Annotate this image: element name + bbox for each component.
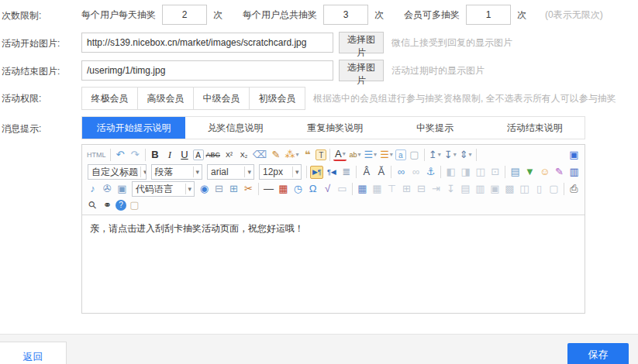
daily-draw-limit-input[interactable]: [162, 5, 207, 25]
save-button[interactable]: 保存: [567, 343, 629, 364]
upload-image-icon[interactable]: ▼: [523, 165, 536, 179]
total-draw-limit-input[interactable]: [323, 5, 368, 25]
member-option-1[interactable]: 高级会员: [137, 87, 194, 110]
attachment-icon[interactable]: ✇: [101, 182, 114, 196]
italic-icon[interactable]: I: [164, 148, 177, 162]
editor-toolbar: HTML↶↷BIUAABCX²X₂⌫✎⁂❝TAab☰☰a▢↥↧⇕▣自定义标题段落…: [82, 145, 585, 215]
start-image-pick-button[interactable]: 选择图片: [339, 32, 384, 53]
member-option-3[interactable]: 初级会员: [249, 87, 305, 110]
subscript-icon[interactable]: X₂: [237, 148, 250, 162]
page-break-icon[interactable]: ⊟: [212, 182, 226, 196]
member-options: 终极会员高级会员中级会员初级会员: [81, 87, 305, 110]
source-icon[interactable]: HTML: [86, 148, 107, 162]
strikethrough-icon[interactable]: ABC: [205, 148, 222, 162]
new-doc-icon[interactable]: ▢: [408, 148, 421, 162]
toolbar-separator: [329, 149, 330, 161]
format-clear-icon[interactable]: ⌫: [252, 148, 267, 162]
redo-icon[interactable]: ↷: [129, 148, 142, 162]
doc-background-icon: ▢: [547, 182, 560, 196]
formula-icon[interactable]: √: [321, 182, 334, 196]
tab-redeem-info[interactable]: 兑奖信息说明: [185, 117, 285, 139]
map-icon[interactable]: ◉: [198, 182, 211, 196]
code-language-select-value: 代码语言: [136, 183, 173, 196]
tab-repeat-draw[interactable]: 重复抽奖说明: [285, 117, 385, 139]
print-icon[interactable]: ⎙: [567, 182, 581, 196]
auto-typeset-icon[interactable]: ⁂: [284, 148, 299, 162]
lowercase-icon[interactable]: Ǎ: [374, 165, 388, 179]
limit-field-unit: 次: [517, 9, 526, 22]
emotion-icon[interactable]: ☺: [538, 165, 551, 179]
image-inline-icon: ⊡: [488, 165, 502, 179]
insert-date-icon[interactable]: ▦: [277, 182, 290, 196]
text-anchor-icon[interactable]: ⚓: [424, 165, 437, 179]
start-image-hint: 微信上接受到回复的显示图片: [391, 36, 512, 50]
member-option-2[interactable]: 中级会员: [193, 87, 250, 110]
code-language-select[interactable]: 代码语言: [132, 181, 195, 197]
font-select-value: arial: [211, 167, 229, 177]
style-select[interactable]: 自定义标题: [88, 164, 147, 180]
insert-time-icon[interactable]: ◷: [291, 182, 305, 196]
special-chars-icon[interactable]: Ω: [306, 182, 319, 196]
start-image-label: 活动开始图片:: [2, 37, 79, 50]
anchor-icon[interactable]: a: [395, 149, 406, 160]
uppercase-icon[interactable]: Â: [360, 165, 373, 179]
horizontal-rule-icon[interactable]: —: [262, 182, 275, 196]
size-select[interactable]: 12px: [259, 164, 302, 180]
bold-icon[interactable]: B: [149, 148, 162, 162]
editor-content[interactable]: 亲，请点击进入刮刮卡抽奖活动页面，祝您好运哦！: [82, 215, 585, 313]
fullscreen-icon[interactable]: ▣: [567, 148, 581, 162]
font-color-icon[interactable]: A: [333, 149, 347, 161]
font-select[interactable]: arial: [207, 164, 254, 180]
preview-icon[interactable]: ⚲: [85, 197, 102, 213]
help-icon[interactable]: ?: [116, 200, 126, 211]
blockquote-icon[interactable]: ❝: [301, 148, 314, 162]
start-image-url-input[interactable]: [81, 33, 333, 53]
member-extra-draw-input[interactable]: [466, 5, 511, 25]
paragraph-space-bottom-icon[interactable]: ↧: [443, 148, 457, 162]
tab-activity-start-tip[interactable]: 活动开始提示说明: [82, 117, 185, 139]
underline-icon[interactable]: U: [178, 148, 191, 162]
tab-win-tip[interactable]: 中奖提示: [385, 117, 485, 139]
insert-image-icon[interactable]: ▤: [509, 165, 522, 179]
format-brush-icon[interactable]: ✎: [269, 148, 282, 162]
delete-table-icon: ▦: [371, 182, 384, 196]
find-replace-icon[interactable]: ⚭: [101, 198, 114, 212]
paragraph-backward-icon[interactable]: ¶◀: [325, 165, 338, 179]
paste-text-icon[interactable]: T: [316, 149, 326, 160]
video-icon[interactable]: ▥: [567, 165, 581, 179]
image-center-icon: ◫: [474, 165, 487, 179]
paragraph-select[interactable]: 段落: [151, 164, 202, 180]
paragraph-space-top-icon[interactable]: ↥: [428, 148, 442, 162]
unlink-icon: ∞: [409, 165, 422, 179]
ordered-list-icon[interactable]: ☰: [363, 148, 378, 162]
music-icon[interactable]: ♪: [86, 182, 99, 196]
toolbar-separator: [391, 166, 391, 178]
footer-bar: [0, 334, 638, 364]
indent-firstline-icon[interactable]: ▶¶: [310, 166, 323, 179]
screenshot-icon[interactable]: ✂: [242, 182, 255, 196]
paragraph-format-icon[interactable]: ≣: [340, 165, 353, 179]
end-image-pick-button[interactable]: 选择图片: [339, 60, 384, 81]
scrawl-icon[interactable]: ✎: [553, 165, 566, 179]
line-height-icon[interactable]: ⇕: [459, 148, 473, 162]
undo-icon[interactable]: ↶: [114, 148, 127, 162]
end-image-hint: 活动过期时的显示图片: [391, 64, 485, 77]
tab-activity-end[interactable]: 活动结束说明: [485, 117, 585, 139]
link-icon[interactable]: ∞: [395, 165, 408, 179]
superscript-icon[interactable]: X²: [222, 148, 236, 162]
delete-row-icon: ◫: [518, 182, 531, 196]
font-border-icon[interactable]: A: [193, 149, 204, 160]
unordered-list-icon[interactable]: ☰: [379, 148, 394, 162]
template-icon[interactable]: ⊞: [227, 182, 240, 196]
limit-field-label: 每个用户每天抽奖: [81, 9, 156, 22]
back-button[interactable]: 返回: [0, 342, 67, 364]
end-image-url-input[interactable]: [81, 60, 333, 81]
toolbar-separator: [424, 149, 425, 161]
highlight-color-icon[interactable]: ab: [348, 148, 361, 162]
insert-table-icon[interactable]: ▦: [356, 182, 369, 196]
member-option-0[interactable]: 终极会员: [81, 87, 138, 110]
insert-frame-icon[interactable]: ▣: [116, 182, 129, 196]
message-tabbar: 活动开始提示说明兑奖信息说明重复抽奖说明中奖提示活动结束说明: [81, 116, 585, 139]
insert-row-icon: ⊞: [400, 182, 413, 196]
toolbar-separator: [564, 183, 564, 195]
